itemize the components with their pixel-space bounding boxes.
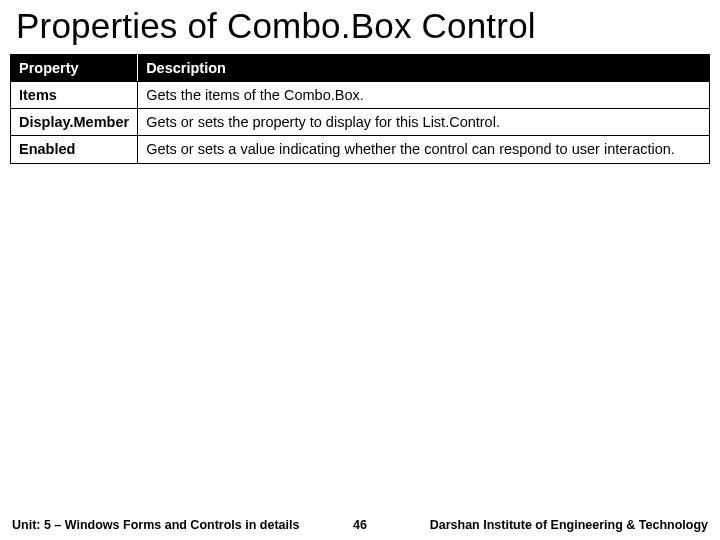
footer-institution: Darshan Institute of Engineering & Techn… — [390, 518, 708, 532]
cell-description: Gets or sets a value indicating whether … — [138, 136, 710, 163]
table-row: Display.Member Gets or sets the property… — [11, 109, 710, 136]
footer-unit: Unit: 5 – Windows Forms and Controls in … — [12, 518, 330, 532]
page-title: Properties of Combo.Box Control — [0, 0, 720, 52]
footer: Unit: 5 – Windows Forms and Controls in … — [0, 518, 720, 532]
cell-description: Gets or sets the property to display for… — [138, 109, 710, 136]
cell-property: Enabled — [11, 136, 138, 163]
table-header-row: Property Description — [11, 55, 710, 82]
cell-description: Gets the items of the Combo.Box. — [138, 82, 710, 109]
col-header-description: Description — [138, 55, 710, 82]
table-row: Items Gets the items of the Combo.Box. — [11, 82, 710, 109]
table-row: Enabled Gets or sets a value indicating … — [11, 136, 710, 163]
slide: Properties of Combo.Box Control Property… — [0, 0, 720, 540]
cell-property: Display.Member — [11, 109, 138, 136]
col-header-property: Property — [11, 55, 138, 82]
footer-page-number: 46 — [330, 518, 390, 532]
cell-property: Items — [11, 82, 138, 109]
properties-table: Property Description Items Gets the item… — [10, 54, 710, 164]
